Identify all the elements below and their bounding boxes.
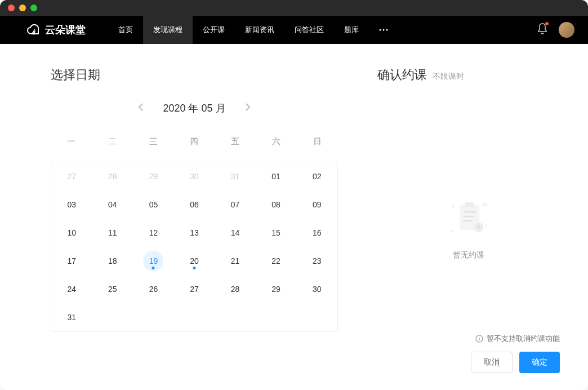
month-label: 2020 年 05 月: [163, 101, 225, 115]
calendar-grid: 2728293031010203040506070809101112131415…: [51, 162, 338, 332]
confirm-panel: 确认约课 不限课时: [360, 44, 588, 390]
calendar-day[interactable]: 27: [174, 275, 215, 303]
svg-point-2: [386, 29, 388, 31]
dots-icon: [379, 29, 388, 31]
cancel-button[interactable]: 取消: [471, 352, 513, 373]
app-window: 云朵课堂 首页发现课程公开课新闻资讯问答社区题库 选择日期: [0, 0, 588, 390]
calendar-day[interactable]: 14: [215, 219, 256, 247]
nav-right: [537, 22, 574, 38]
calendar-day[interactable]: 29: [256, 275, 297, 303]
calendar-day[interactable]: 27: [51, 162, 92, 190]
nav-items: 首页发现课程公开课新闻资讯问答社区题库: [108, 16, 369, 44]
calendar-day[interactable]: 07: [215, 190, 256, 219]
nav-item[interactable]: 公开课: [193, 16, 235, 44]
calendar-day[interactable]: 22: [256, 247, 297, 275]
calendar-day[interactable]: 11: [92, 219, 133, 247]
calendar-day[interactable]: 17: [51, 247, 92, 275]
nav-item[interactable]: 题库: [334, 16, 369, 44]
chevron-left-icon: [138, 103, 144, 112]
weekday-label: 三: [133, 131, 174, 153]
calendar-day[interactable]: 20: [174, 247, 215, 275]
weekday-label: 二: [92, 131, 133, 153]
weekday-label: 四: [174, 131, 215, 153]
confirm-button[interactable]: 确定: [519, 352, 560, 373]
calendar-day[interactable]: 21: [215, 247, 256, 275]
nav-item[interactable]: 发现课程: [143, 16, 193, 44]
calendar-day[interactable]: 19: [133, 247, 174, 275]
calendar-day[interactable]: 23: [296, 247, 337, 275]
calendar-day[interactable]: 28: [215, 275, 256, 303]
calendar-day[interactable]: 12: [133, 219, 174, 247]
svg-rect-7: [465, 202, 474, 207]
calendar-day[interactable]: 04: [92, 190, 133, 219]
weekday-row: 一二三四五六日: [51, 131, 338, 153]
avatar[interactable]: [559, 22, 574, 38]
titlebar: [0, 0, 588, 16]
calendar-day[interactable]: 24: [51, 275, 92, 303]
calendar-day[interactable]: 05: [133, 190, 174, 219]
calendar-day[interactable]: 10: [51, 219, 92, 247]
top-nav: 云朵课堂 首页发现课程公开课新闻资讯问答社区题库: [0, 16, 588, 44]
button-row: 取消 确定: [377, 352, 560, 373]
confirm-subtitle: 不限课时: [433, 72, 464, 82]
clipboard-icon: [446, 196, 491, 241]
minimize-window-button[interactable]: [19, 5, 26, 11]
empty-text: 暂无约课: [453, 250, 484, 260]
warning-text: 暂不支持取消约课功能: [487, 334, 560, 344]
confirm-title: 确认约课: [377, 67, 427, 83]
svg-point-3: [452, 206, 454, 207]
calendar-day[interactable]: 15: [256, 219, 297, 247]
date-picker-panel: 选择日期 2020 年 05 月 一二三四五六日 272829303101020…: [0, 44, 360, 390]
calendar-day[interactable]: 31: [51, 303, 92, 331]
weekday-label: 日: [297, 131, 338, 153]
calendar-day[interactable]: 08: [256, 190, 297, 219]
calendar-day[interactable]: 16: [296, 219, 337, 247]
cloud-icon: [27, 24, 42, 36]
calendar-day[interactable]: 01: [256, 162, 297, 190]
close-window-button[interactable]: [8, 5, 15, 11]
confirm-header: 确认约课 不限课时: [377, 67, 560, 83]
info-icon: [475, 335, 483, 343]
next-month-button[interactable]: [243, 100, 253, 116]
event-dot: [152, 267, 155, 269]
calendar-day[interactable]: 09: [296, 190, 337, 219]
calendar-day[interactable]: 06: [174, 190, 215, 219]
calendar-day[interactable]: 29: [133, 162, 174, 190]
section-title: 选择日期: [51, 67, 338, 83]
calendar-day[interactable]: 28: [92, 162, 133, 190]
warning-row: 暂不支持取消约课功能: [377, 334, 560, 344]
notification-dot: [545, 22, 549, 25]
calendar-day[interactable]: 03: [51, 190, 92, 219]
maximize-window-button[interactable]: [30, 5, 37, 11]
weekday-label: 六: [256, 131, 297, 153]
chevron-right-icon: [245, 103, 251, 112]
svg-point-0: [380, 29, 381, 31]
calendar-day[interactable]: 31: [215, 162, 256, 190]
calendar-day[interactable]: 13: [174, 219, 215, 247]
event-dot: [193, 267, 195, 269]
svg-point-5: [485, 224, 487, 226]
calendar-header: 2020 年 05 月: [51, 100, 338, 116]
nav-item[interactable]: 问答社区: [284, 16, 334, 44]
nav-item[interactable]: 首页: [108, 16, 143, 44]
calendar-day[interactable]: 26: [133, 275, 174, 303]
calendar-day[interactable]: 25: [92, 275, 133, 303]
svg-point-1: [383, 29, 385, 31]
weekday-label: 五: [215, 131, 256, 153]
empty-state: 暂无约课: [377, 100, 560, 334]
nav-item[interactable]: 新闻资讯: [235, 16, 284, 44]
svg-point-4: [483, 203, 486, 206]
content: 选择日期 2020 年 05 月 一二三四五六日 272829303101020…: [0, 44, 588, 390]
calendar-day[interactable]: 30: [174, 162, 215, 190]
calendar-day[interactable]: 30: [296, 275, 337, 303]
bottom-area: 暂不支持取消约课功能 取消 确定: [377, 334, 560, 373]
logo-text: 云朵课堂: [45, 23, 86, 37]
logo[interactable]: 云朵课堂: [27, 23, 86, 37]
calendar-day[interactable]: 02: [296, 162, 337, 190]
nav-more-button[interactable]: [369, 16, 398, 44]
calendar-day[interactable]: 18: [92, 247, 133, 275]
prev-month-button[interactable]: [136, 100, 146, 116]
notifications-button[interactable]: [537, 23, 547, 37]
weekday-label: 一: [51, 131, 92, 153]
